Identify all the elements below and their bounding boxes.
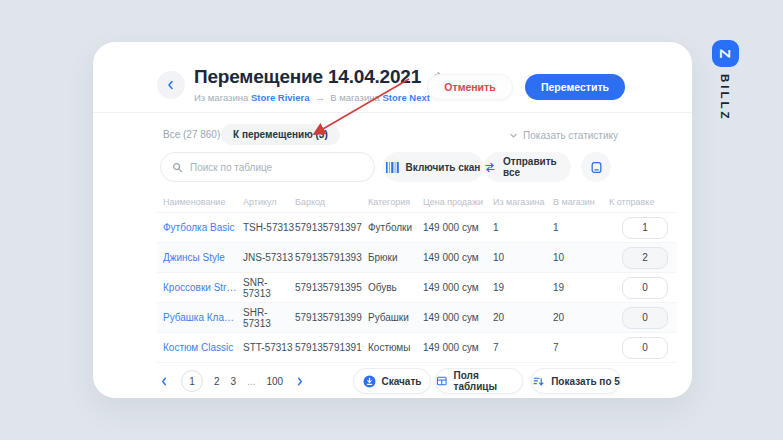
to-qty-cell: 20: [553, 312, 609, 323]
to-qty-cell: 19: [553, 282, 609, 293]
pagination: 1 2 3 ... 100: [159, 368, 305, 394]
qty-input[interactable]: [622, 337, 668, 359]
table-row: Костюм Classic STT-57313 579135791391 Ко…: [157, 333, 677, 363]
page-title: Перемещение 14.04.2021: [194, 66, 421, 88]
qty-input[interactable]: [622, 217, 668, 239]
toolbar: Включить скан Отправить все: [93, 152, 692, 182]
table-grid-icon: [436, 375, 447, 387]
transfer-route: Из магазина Store Riviera → В магазина S…: [194, 92, 442, 103]
qty-input[interactable]: [622, 277, 668, 299]
page-item[interactable]: 2: [214, 376, 220, 387]
per-page-label: Показать по 5: [551, 376, 620, 387]
barcode-cell: 579135791397: [295, 222, 368, 233]
send-all-button[interactable]: Отправить все: [484, 152, 571, 182]
billz-wordmark: BILLZ: [719, 74, 731, 122]
product-link[interactable]: Рубашка Класс...: [163, 312, 243, 323]
col-price: Цена продажи: [423, 197, 493, 207]
table-fields-button[interactable]: Поля таблицы: [435, 368, 523, 394]
to-store-link[interactable]: Store Next: [382, 92, 430, 103]
article-cell: TSH-57313: [243, 222, 295, 233]
page-current[interactable]: 1: [181, 370, 203, 392]
page-prev-icon[interactable]: [159, 376, 170, 387]
category-cell: Футболки: [368, 222, 423, 233]
from-store-link[interactable]: Store Riviera: [251, 92, 310, 103]
page-ellipsis: ...: [247, 376, 255, 387]
billz-logo-icon: Z: [712, 40, 739, 67]
tab-to-move[interactable]: К перемещению (3): [221, 124, 340, 145]
col-name: Наименование: [163, 197, 243, 207]
table-row: Джинсы Style JNS-57313 579135791393 Брюк…: [157, 243, 677, 273]
tablet-icon: [590, 161, 603, 174]
barcode-icon: [386, 162, 399, 173]
category-cell: Обувь: [368, 282, 423, 293]
price-cell: 149 000 сум: [423, 312, 493, 323]
enable-scan-button[interactable]: Включить скан: [383, 152, 483, 182]
route-arrow: →: [315, 92, 325, 103]
product-link[interactable]: Футболка Basic: [163, 222, 243, 233]
download-label: Скачать: [382, 376, 422, 387]
back-button[interactable]: [157, 71, 185, 99]
from-qty-cell: 19: [493, 282, 553, 293]
show-statistics-label: Показать статистику: [523, 130, 618, 141]
price-cell: 149 000 сум: [423, 252, 493, 263]
chevron-left-icon: [165, 79, 177, 91]
article-cell: STT-57313: [243, 342, 295, 353]
qty-input[interactable]: [622, 307, 668, 329]
to-qty-cell: 10: [553, 252, 609, 263]
send-all-label: Отправить все: [503, 156, 571, 178]
enable-scan-label: Включить скан: [406, 162, 481, 173]
to-qty-cell: 1: [553, 222, 609, 233]
product-link[interactable]: Джинсы Style: [163, 252, 243, 263]
from-qty-cell: 20: [493, 312, 553, 323]
download-button[interactable]: Скачать: [353, 368, 431, 394]
table-search[interactable]: [160, 152, 375, 182]
table-row: Рубашка Класс... SHR-57313 579135791399 …: [157, 303, 677, 333]
transfer-arrows-icon: [484, 161, 496, 174]
table-footer: 1 2 3 ... 100 Скачать Поля таблицы Показ…: [93, 368, 692, 394]
barcode-cell: 579135791393: [295, 252, 368, 263]
price-cell: 149 000 сум: [423, 282, 493, 293]
barcode-cell: 579135791391: [295, 342, 368, 353]
col-article: Артикул: [243, 197, 295, 207]
card-header: Перемещение 14.04.2021 Из магазина Store…: [93, 42, 692, 113]
show-statistics-toggle[interactable]: Показать статистику: [509, 124, 618, 146]
tabs-row: Все (27 860) К перемещению (3) Показать …: [93, 124, 692, 146]
products-table: Наименование Артикул Баркод Категория Це…: [157, 192, 677, 363]
from-label: Из магазина: [194, 92, 248, 103]
to-qty-cell: 7: [553, 342, 609, 353]
category-cell: Брюки: [368, 252, 423, 263]
download-icon: [363, 375, 376, 388]
from-qty-cell: 7: [493, 342, 553, 353]
from-qty-cell: 10: [493, 252, 553, 263]
tab-all[interactable]: Все (27 860): [163, 124, 220, 146]
table-row: Футболка Basic TSH-57313 579135791397 Фу…: [157, 213, 677, 243]
to-label: В магазина: [330, 92, 379, 103]
sort-list-icon: [532, 375, 545, 388]
page-item[interactable]: 100: [266, 376, 283, 387]
col-to-send: К отправке: [609, 197, 677, 207]
product-link[interactable]: Костюм Classic: [163, 342, 243, 353]
table-fields-label: Поля таблицы: [453, 370, 522, 392]
move-button[interactable]: Переместить: [525, 74, 625, 100]
col-barcode: Баркод: [295, 197, 368, 207]
col-from-store: Из магазина: [493, 197, 553, 207]
note-button[interactable]: [581, 152, 611, 182]
barcode-cell: 579135791399: [295, 312, 368, 323]
table-row: Кроссовки Street SNR-57313 579135791395 …: [157, 273, 677, 303]
page-next-icon[interactable]: [294, 376, 305, 387]
from-qty-cell: 1: [493, 222, 553, 233]
category-cell: Рубашки: [368, 312, 423, 323]
col-category: Категория: [368, 197, 423, 207]
article-cell: SNR-57313: [243, 277, 295, 299]
table-header-row: Наименование Артикул Баркод Категория Це…: [157, 192, 677, 213]
cancel-button[interactable]: Отменить: [427, 74, 513, 100]
article-cell: SHR-57313: [243, 307, 295, 329]
page-item[interactable]: 3: [231, 376, 237, 387]
search-input[interactable]: [190, 162, 363, 173]
screen: Перемещение 14.04.2021 Из магазина Store…: [0, 0, 783, 440]
category-cell: Костюмы: [368, 342, 423, 353]
product-link[interactable]: Кроссовки Street: [163, 282, 243, 293]
qty-input[interactable]: [622, 247, 668, 269]
per-page-button[interactable]: Показать по 5: [531, 368, 621, 394]
article-cell: JNS-57313: [243, 252, 295, 263]
